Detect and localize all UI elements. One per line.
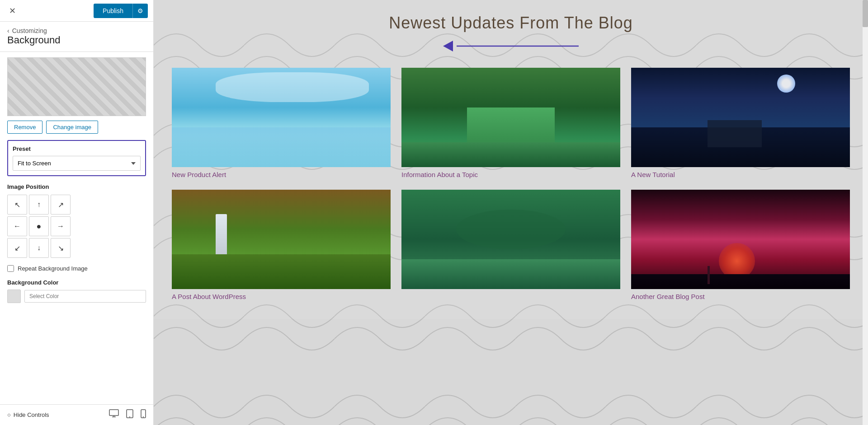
device-icons xyxy=(109,409,146,420)
svg-marker-8 xyxy=(443,41,453,51)
repeat-row: Repeat Background Image xyxy=(7,265,146,272)
svg-point-6 xyxy=(143,416,144,417)
desktop-icon[interactable] xyxy=(109,409,119,420)
post-image-2 xyxy=(401,68,620,167)
blog-card-4: A Post About WordPress xyxy=(172,190,391,301)
content-bg: Newest Updates From The Blog New xyxy=(154,0,868,425)
position-grid: ↖ ↑ ↗ ← ● → ↙ ↓ ↘ xyxy=(7,195,146,258)
publish-settings-button[interactable]: ⚙ xyxy=(132,4,148,18)
close-button[interactable]: ✕ xyxy=(5,4,19,18)
post-image-3 xyxy=(631,68,850,167)
hide-controls[interactable]: ○ Hide Controls xyxy=(7,411,49,418)
image-position-label: Image Position xyxy=(7,183,146,190)
scrollbar-thumb[interactable] xyxy=(863,0,868,27)
color-swatch[interactable] xyxy=(7,290,21,303)
pos-top-right[interactable]: ↗ xyxy=(51,195,71,215)
hide-controls-label: Hide Controls xyxy=(14,411,49,418)
change-image-button[interactable]: Change image xyxy=(46,121,98,134)
pos-bottom-center[interactable]: ↓ xyxy=(29,238,49,258)
blog-card-6: Another Great Blog Post xyxy=(631,190,850,301)
blog-card-5 xyxy=(401,190,620,301)
post-title-4[interactable]: A Post About WordPress xyxy=(172,293,246,300)
repeat-label: Repeat Background Image xyxy=(18,265,88,272)
color-input[interactable] xyxy=(24,290,146,303)
bg-preview xyxy=(7,57,146,116)
left-panel: ✕ Publish ⚙ ‹ Customizing Background Rem… xyxy=(0,0,154,425)
post-image-4 xyxy=(172,190,391,289)
top-bar: ✕ Publish ⚙ xyxy=(0,0,153,22)
arrow-svg xyxy=(443,37,579,55)
remove-button[interactable]: Remove xyxy=(7,121,42,134)
preset-select[interactable]: Fit to Screen Fill Screen Custom xyxy=(13,156,141,171)
customizing-label: Customizing xyxy=(12,27,47,34)
post-image-5 xyxy=(401,190,620,289)
blog-card-2: Information About a Topic xyxy=(401,68,620,179)
customizing-header: ‹ Customizing Background xyxy=(0,22,153,52)
arrow-container xyxy=(172,37,850,55)
blog-section: Newest Updates From The Blog New xyxy=(154,0,868,319)
blog-card-3: A New Tutorial xyxy=(631,68,850,179)
bg-color-label: Background Color xyxy=(7,279,146,286)
post-image-1 xyxy=(172,68,391,167)
tablet-icon[interactable] xyxy=(126,409,133,420)
pos-middle-right[interactable]: → xyxy=(51,216,71,236)
bg-preview-inner xyxy=(8,58,146,116)
pos-middle-left[interactable]: ← xyxy=(7,216,27,236)
back-icon: ‹ xyxy=(7,27,9,34)
panel-content: Remove Change image Preset Fit to Screen… xyxy=(0,52,153,404)
preset-section: Preset Fit to Screen Fill Screen Custom xyxy=(7,140,146,176)
post-title-1[interactable]: New Product Alert xyxy=(172,171,226,178)
right-area: Newest Updates From The Blog New xyxy=(154,0,868,425)
post-title-6[interactable]: Another Great Blog Post xyxy=(631,293,705,300)
post-image-6 xyxy=(631,190,850,289)
customizing-title: Background xyxy=(7,34,146,46)
post-title-2[interactable]: Information About a Topic xyxy=(401,171,478,178)
pos-top-left[interactable]: ↖ xyxy=(7,195,27,215)
preset-label: Preset xyxy=(13,145,141,152)
back-button[interactable]: ‹ Customizing xyxy=(7,27,47,34)
hide-controls-icon: ○ xyxy=(7,411,11,418)
publish-group: Publish ⚙ xyxy=(94,4,148,18)
blog-title: Newest Updates From The Blog xyxy=(172,14,850,33)
post-title-3[interactable]: A New Tutorial xyxy=(631,171,675,178)
image-buttons: Remove Change image xyxy=(7,121,146,134)
svg-rect-0 xyxy=(109,410,118,416)
blog-grid: New Product Alert Information About a To… xyxy=(172,68,850,301)
scrollbar[interactable] xyxy=(863,0,868,425)
repeat-checkbox[interactable] xyxy=(7,265,14,272)
bottom-bar: ○ Hide Controls xyxy=(0,404,153,425)
svg-point-4 xyxy=(129,416,130,417)
pos-bottom-left[interactable]: ↙ xyxy=(7,238,27,258)
mobile-icon[interactable] xyxy=(141,409,146,420)
pos-top-center[interactable]: ↑ xyxy=(29,195,49,215)
pos-center[interactable]: ● xyxy=(29,216,49,236)
publish-button[interactable]: Publish xyxy=(94,4,132,18)
pos-bottom-right[interactable]: ↘ xyxy=(51,238,71,258)
blog-card-1: New Product Alert xyxy=(172,68,391,179)
color-row xyxy=(7,290,146,303)
